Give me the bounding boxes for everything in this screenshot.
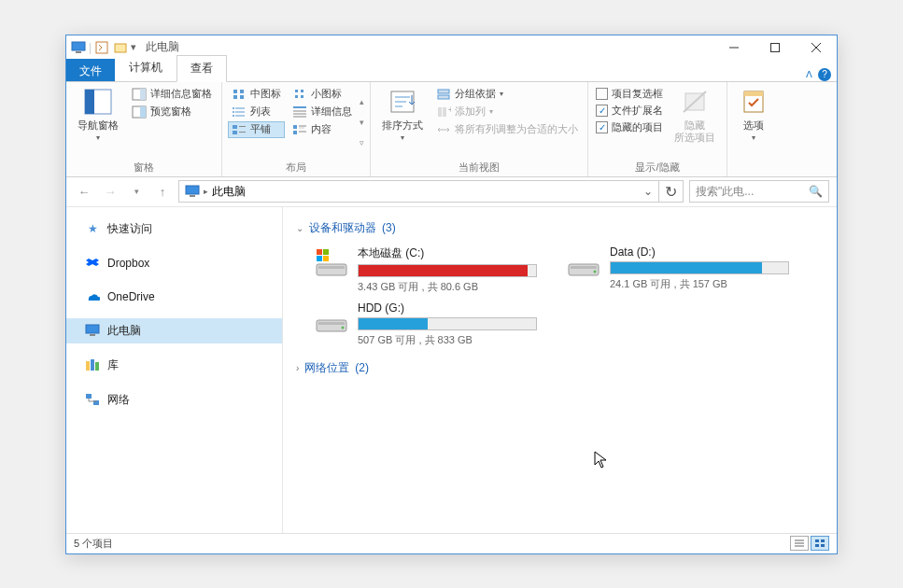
svg-rect-71 xyxy=(571,266,597,269)
drive-system-icon xyxy=(313,245,350,283)
recent-button[interactable]: ▾ xyxy=(126,181,147,202)
svg-rect-54 xyxy=(186,186,199,194)
nav-network[interactable]: 网络 xyxy=(66,387,282,413)
svg-rect-73 xyxy=(317,320,346,331)
network-icon xyxy=(85,392,100,407)
nav-quick-access[interactable]: ★快速访问 xyxy=(66,217,282,242)
layout-tiles[interactable]: 平铺 xyxy=(228,121,285,138)
layout-content[interactable]: 内容 xyxy=(289,121,356,138)
svg-rect-31 xyxy=(301,95,303,98)
svg-rect-16 xyxy=(233,95,237,99)
onedrive-icon xyxy=(85,289,100,304)
view-tiles-button[interactable] xyxy=(811,536,829,551)
group-by-button[interactable]: 分组依据 ▾ xyxy=(432,86,582,103)
pc-icon xyxy=(185,185,200,198)
maximize-button[interactable] xyxy=(755,35,796,60)
svg-rect-14 xyxy=(233,90,237,93)
nav-this-pc[interactable]: 此电脑 xyxy=(66,318,282,343)
layout-medium-icons[interactable]: 中图标 xyxy=(228,86,285,103)
drive-stats: 507 GB 可用 , 共 833 GB xyxy=(358,333,537,347)
svg-rect-36 xyxy=(293,125,297,129)
body: ★快速访问 Dropbox OneDrive 此电脑 库 网络 ⌄ 设备和驱动器… xyxy=(66,207,837,533)
star-icon: ★ xyxy=(85,221,100,236)
tab-view[interactable]: 查看 xyxy=(176,55,227,82)
chevron-down-icon: ⌄ xyxy=(296,223,303,233)
window-controls xyxy=(713,35,837,60)
chevron-right-icon: › xyxy=(296,363,299,373)
chevron-right-icon[interactable]: ▸ xyxy=(204,187,208,196)
back-button[interactable]: ← xyxy=(74,181,94,202)
drives-list: 本地磁盘 (C:) 3.43 GB 可用 , 共 80.6 GB Data (D… xyxy=(296,240,824,357)
content-pane: ⌄ 设备和驱动器 (3) 本地磁盘 (C:) 3.43 GB 可用 , 共 80… xyxy=(283,207,837,533)
drive-usage-bar xyxy=(358,264,537,277)
drive-c[interactable]: 本地磁盘 (C:) 3.43 GB 可用 , 共 80.6 GB xyxy=(313,245,537,294)
hidden-items-toggle[interactable]: ✓隐藏的项目 xyxy=(594,119,665,135)
address-row: ← → ▾ ↑ ▸ 此电脑 ⌄ ↻ 搜索"此电... 🔍 xyxy=(66,177,837,207)
nav-onedrive[interactable]: OneDrive xyxy=(66,285,282,309)
search-placeholder: 搜索"此电... xyxy=(696,184,754,200)
svg-rect-17 xyxy=(240,95,244,99)
svg-point-75 xyxy=(342,326,345,329)
drive-usage-bar xyxy=(610,261,789,274)
preview-pane-button[interactable]: 预览窗格 xyxy=(128,104,216,120)
svg-rect-1 xyxy=(76,51,81,53)
svg-point-22 xyxy=(233,111,234,113)
qat-dropdown[interactable]: ▾ xyxy=(131,41,136,53)
ribbon-group-show-hide: 项目复选框 ✓文件扩展名 ✓隐藏的项目 隐藏所选项目 显示/隐藏 xyxy=(588,82,727,176)
address-location[interactable]: 此电脑 xyxy=(212,184,246,200)
item-checkboxes-toggle[interactable]: 项目复选框 xyxy=(594,86,665,102)
svg-rect-39 xyxy=(293,131,297,134)
drive-usage-bar xyxy=(358,317,537,330)
svg-text:+: + xyxy=(448,105,451,115)
svg-rect-56 xyxy=(86,325,99,333)
nav-libraries[interactable]: 库 xyxy=(66,353,282,378)
pc-icon xyxy=(70,39,87,56)
address-bar[interactable]: ▸ 此电脑 ⌄ xyxy=(178,180,659,203)
tab-file[interactable]: 文件 xyxy=(66,59,115,81)
layout-list[interactable]: 列表 xyxy=(228,104,285,120)
ribbon-group-panes: 导航窗格 ▾ 详细信息窗格 预览窗格 窗格 xyxy=(66,82,222,176)
sort-button[interactable]: 排序方式 ▾ xyxy=(376,86,429,159)
options-button[interactable]: 选项 ▾ xyxy=(733,86,774,161)
up-button[interactable]: ↑ xyxy=(152,181,173,202)
svg-rect-48 xyxy=(443,107,446,117)
view-details-button[interactable] xyxy=(790,536,809,551)
svg-rect-5 xyxy=(771,43,780,51)
svg-rect-30 xyxy=(295,95,298,98)
layout-more[interactable]: ▿ xyxy=(360,138,364,147)
forward-button[interactable]: → xyxy=(100,181,120,202)
layout-small-icons[interactable]: 小图标 xyxy=(289,86,356,103)
group-drives-header[interactable]: ⌄ 设备和驱动器 (3) xyxy=(296,217,824,240)
search-icon[interactable]: 🔍 xyxy=(809,185,823,198)
svg-rect-11 xyxy=(140,89,146,100)
group-network-header[interactable]: › 网络位置 (2) xyxy=(296,357,824,380)
refresh-button[interactable]: ↻ xyxy=(659,180,684,203)
minimize-button[interactable] xyxy=(713,35,755,60)
nav-dropbox[interactable]: Dropbox xyxy=(66,251,282,275)
collapse-ribbon-icon[interactable]: ᐱ xyxy=(806,69,812,79)
svg-point-72 xyxy=(594,270,597,273)
drive-d[interactable]: Data (D:) 24.1 GB 可用 , 共 157 GB xyxy=(565,245,789,294)
svg-rect-9 xyxy=(85,90,94,114)
search-box[interactable]: 搜索"此电... 🔍 xyxy=(689,180,829,203)
nav-pane-button[interactable]: 导航窗格 ▾ xyxy=(72,86,124,159)
dropbox-icon xyxy=(85,256,100,271)
svg-rect-13 xyxy=(140,106,146,118)
layout-scroll-down[interactable]: ▾ xyxy=(360,118,364,127)
file-extensions-toggle[interactable]: ✓文件扩展名 xyxy=(594,103,665,119)
svg-rect-68 xyxy=(317,256,322,261)
layout-scroll-up[interactable]: ▴ xyxy=(360,97,364,106)
details-pane-button[interactable]: 详细信息窗格 xyxy=(128,86,216,103)
tab-computer[interactable]: 计算机 xyxy=(115,54,176,81)
help-icon[interactable]: ? xyxy=(818,68,831,81)
drive-stats: 24.1 GB 可用 , 共 157 GB xyxy=(610,277,789,291)
close-button[interactable] xyxy=(796,35,837,60)
properties-icon[interactable] xyxy=(93,39,110,56)
svg-rect-28 xyxy=(295,90,298,92)
svg-rect-79 xyxy=(815,539,819,542)
ribbon-group-options: 选项 ▾ xyxy=(727,82,780,176)
layout-details[interactable]: 详细信息 xyxy=(289,104,356,120)
address-dropdown[interactable]: ⌄ xyxy=(638,185,658,198)
svg-rect-60 xyxy=(95,362,99,371)
drive-g[interactable]: HDD (G:) 507 GB 可用 , 共 833 GB xyxy=(313,301,537,347)
